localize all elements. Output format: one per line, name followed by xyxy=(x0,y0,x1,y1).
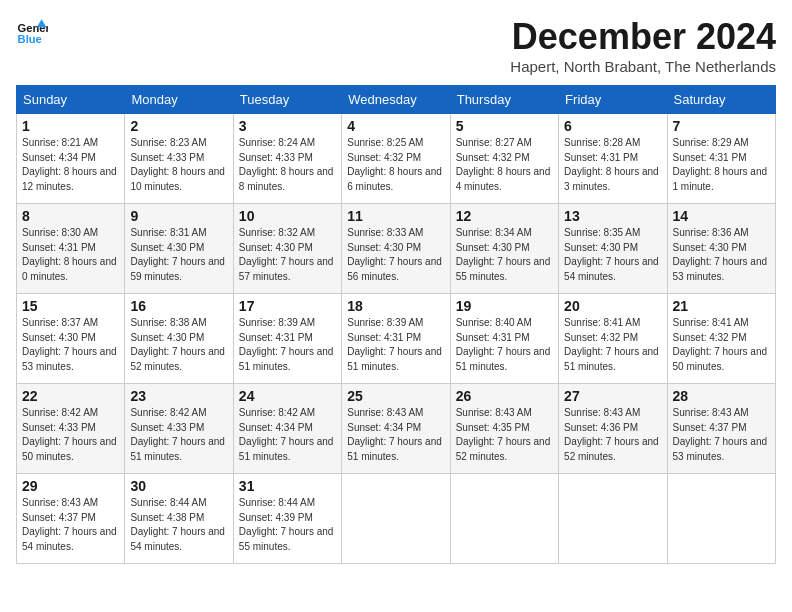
calendar-cell: 30 Sunrise: 8:44 AM Sunset: 4:38 PM Dayl… xyxy=(125,474,233,564)
day-number: 14 xyxy=(673,208,770,224)
calendar-week-3: 15 Sunrise: 8:37 AM Sunset: 4:30 PM Dayl… xyxy=(17,294,776,384)
day-info: Sunrise: 8:35 AM Sunset: 4:30 PM Dayligh… xyxy=(564,226,661,284)
day-info: Sunrise: 8:33 AM Sunset: 4:30 PM Dayligh… xyxy=(347,226,444,284)
day-number: 6 xyxy=(564,118,661,134)
day-number: 15 xyxy=(22,298,119,314)
day-number: 4 xyxy=(347,118,444,134)
day-number: 23 xyxy=(130,388,227,404)
day-number: 13 xyxy=(564,208,661,224)
day-info: Sunrise: 8:31 AM Sunset: 4:30 PM Dayligh… xyxy=(130,226,227,284)
day-info: Sunrise: 8:32 AM Sunset: 4:30 PM Dayligh… xyxy=(239,226,336,284)
calendar-cell: 8 Sunrise: 8:30 AM Sunset: 4:31 PM Dayli… xyxy=(17,204,125,294)
day-number: 2 xyxy=(130,118,227,134)
day-number: 9 xyxy=(130,208,227,224)
calendar-cell: 24 Sunrise: 8:42 AM Sunset: 4:34 PM Dayl… xyxy=(233,384,341,474)
day-info: Sunrise: 8:25 AM Sunset: 4:32 PM Dayligh… xyxy=(347,136,444,194)
calendar-cell xyxy=(667,474,775,564)
calendar-cell: 7 Sunrise: 8:29 AM Sunset: 4:31 PM Dayli… xyxy=(667,114,775,204)
calendar-cell: 19 Sunrise: 8:40 AM Sunset: 4:31 PM Dayl… xyxy=(450,294,558,384)
location: Hapert, North Brabant, The Netherlands xyxy=(510,58,776,75)
calendar-cell: 16 Sunrise: 8:38 AM Sunset: 4:30 PM Dayl… xyxy=(125,294,233,384)
column-header-monday: Monday xyxy=(125,86,233,114)
calendar-cell: 3 Sunrise: 8:24 AM Sunset: 4:33 PM Dayli… xyxy=(233,114,341,204)
calendar-cell: 13 Sunrise: 8:35 AM Sunset: 4:30 PM Dayl… xyxy=(559,204,667,294)
calendar-cell: 11 Sunrise: 8:33 AM Sunset: 4:30 PM Dayl… xyxy=(342,204,450,294)
calendar-cell: 9 Sunrise: 8:31 AM Sunset: 4:30 PM Dayli… xyxy=(125,204,233,294)
calendar-cell: 1 Sunrise: 8:21 AM Sunset: 4:34 PM Dayli… xyxy=(17,114,125,204)
calendar-cell: 23 Sunrise: 8:42 AM Sunset: 4:33 PM Dayl… xyxy=(125,384,233,474)
calendar-cell: 10 Sunrise: 8:32 AM Sunset: 4:30 PM Dayl… xyxy=(233,204,341,294)
calendar-cell: 17 Sunrise: 8:39 AM Sunset: 4:31 PM Dayl… xyxy=(233,294,341,384)
day-info: Sunrise: 8:43 AM Sunset: 4:37 PM Dayligh… xyxy=(673,406,770,464)
day-info: Sunrise: 8:42 AM Sunset: 4:34 PM Dayligh… xyxy=(239,406,336,464)
day-info: Sunrise: 8:37 AM Sunset: 4:30 PM Dayligh… xyxy=(22,316,119,374)
day-number: 31 xyxy=(239,478,336,494)
day-info: Sunrise: 8:21 AM Sunset: 4:34 PM Dayligh… xyxy=(22,136,119,194)
day-number: 22 xyxy=(22,388,119,404)
calendar-week-1: 1 Sunrise: 8:21 AM Sunset: 4:34 PM Dayli… xyxy=(17,114,776,204)
calendar-cell: 28 Sunrise: 8:43 AM Sunset: 4:37 PM Dayl… xyxy=(667,384,775,474)
day-info: Sunrise: 8:43 AM Sunset: 4:37 PM Dayligh… xyxy=(22,496,119,554)
calendar-cell: 25 Sunrise: 8:43 AM Sunset: 4:34 PM Dayl… xyxy=(342,384,450,474)
day-number: 19 xyxy=(456,298,553,314)
day-info: Sunrise: 8:34 AM Sunset: 4:30 PM Dayligh… xyxy=(456,226,553,284)
calendar-cell: 5 Sunrise: 8:27 AM Sunset: 4:32 PM Dayli… xyxy=(450,114,558,204)
column-header-wednesday: Wednesday xyxy=(342,86,450,114)
day-number: 29 xyxy=(22,478,119,494)
month-title: December 2024 xyxy=(510,16,776,58)
day-info: Sunrise: 8:36 AM Sunset: 4:30 PM Dayligh… xyxy=(673,226,770,284)
day-number: 25 xyxy=(347,388,444,404)
calendar-cell xyxy=(450,474,558,564)
day-info: Sunrise: 8:30 AM Sunset: 4:31 PM Dayligh… xyxy=(22,226,119,284)
calendar-cell: 21 Sunrise: 8:41 AM Sunset: 4:32 PM Dayl… xyxy=(667,294,775,384)
calendar-cell: 20 Sunrise: 8:41 AM Sunset: 4:32 PM Dayl… xyxy=(559,294,667,384)
calendar-cell xyxy=(559,474,667,564)
day-info: Sunrise: 8:23 AM Sunset: 4:33 PM Dayligh… xyxy=(130,136,227,194)
day-info: Sunrise: 8:39 AM Sunset: 4:31 PM Dayligh… xyxy=(347,316,444,374)
day-number: 1 xyxy=(22,118,119,134)
day-info: Sunrise: 8:43 AM Sunset: 4:35 PM Dayligh… xyxy=(456,406,553,464)
day-number: 28 xyxy=(673,388,770,404)
day-info: Sunrise: 8:27 AM Sunset: 4:32 PM Dayligh… xyxy=(456,136,553,194)
day-number: 16 xyxy=(130,298,227,314)
day-info: Sunrise: 8:42 AM Sunset: 4:33 PM Dayligh… xyxy=(130,406,227,464)
logo-icon: General Blue xyxy=(16,16,48,48)
day-info: Sunrise: 8:38 AM Sunset: 4:30 PM Dayligh… xyxy=(130,316,227,374)
calendar-cell: 31 Sunrise: 8:44 AM Sunset: 4:39 PM Dayl… xyxy=(233,474,341,564)
column-header-tuesday: Tuesday xyxy=(233,86,341,114)
calendar-week-5: 29 Sunrise: 8:43 AM Sunset: 4:37 PM Dayl… xyxy=(17,474,776,564)
day-info: Sunrise: 8:43 AM Sunset: 4:34 PM Dayligh… xyxy=(347,406,444,464)
day-number: 10 xyxy=(239,208,336,224)
day-info: Sunrise: 8:44 AM Sunset: 4:39 PM Dayligh… xyxy=(239,496,336,554)
column-header-friday: Friday xyxy=(559,86,667,114)
calendar-cell: 29 Sunrise: 8:43 AM Sunset: 4:37 PM Dayl… xyxy=(17,474,125,564)
calendar-cell: 26 Sunrise: 8:43 AM Sunset: 4:35 PM Dayl… xyxy=(450,384,558,474)
day-number: 12 xyxy=(456,208,553,224)
day-number: 26 xyxy=(456,388,553,404)
calendar-header-row: SundayMondayTuesdayWednesdayThursdayFrid… xyxy=(17,86,776,114)
day-number: 24 xyxy=(239,388,336,404)
day-number: 7 xyxy=(673,118,770,134)
day-number: 18 xyxy=(347,298,444,314)
column-header-sunday: Sunday xyxy=(17,86,125,114)
calendar-cell: 14 Sunrise: 8:36 AM Sunset: 4:30 PM Dayl… xyxy=(667,204,775,294)
calendar-cell: 18 Sunrise: 8:39 AM Sunset: 4:31 PM Dayl… xyxy=(342,294,450,384)
calendar-cell: 27 Sunrise: 8:43 AM Sunset: 4:36 PM Dayl… xyxy=(559,384,667,474)
day-number: 11 xyxy=(347,208,444,224)
day-number: 30 xyxy=(130,478,227,494)
svg-text:Blue: Blue xyxy=(18,33,42,45)
calendar-cell: 15 Sunrise: 8:37 AM Sunset: 4:30 PM Dayl… xyxy=(17,294,125,384)
day-info: Sunrise: 8:24 AM Sunset: 4:33 PM Dayligh… xyxy=(239,136,336,194)
calendar-cell: 22 Sunrise: 8:42 AM Sunset: 4:33 PM Dayl… xyxy=(17,384,125,474)
column-header-saturday: Saturday xyxy=(667,86,775,114)
day-info: Sunrise: 8:41 AM Sunset: 4:32 PM Dayligh… xyxy=(673,316,770,374)
day-number: 27 xyxy=(564,388,661,404)
day-info: Sunrise: 8:43 AM Sunset: 4:36 PM Dayligh… xyxy=(564,406,661,464)
day-number: 21 xyxy=(673,298,770,314)
day-number: 20 xyxy=(564,298,661,314)
column-header-thursday: Thursday xyxy=(450,86,558,114)
day-info: Sunrise: 8:41 AM Sunset: 4:32 PM Dayligh… xyxy=(564,316,661,374)
page-header: General Blue December 2024 Hapert, North… xyxy=(16,16,776,75)
title-section: December 2024 Hapert, North Brabant, The… xyxy=(510,16,776,75)
day-number: 17 xyxy=(239,298,336,314)
